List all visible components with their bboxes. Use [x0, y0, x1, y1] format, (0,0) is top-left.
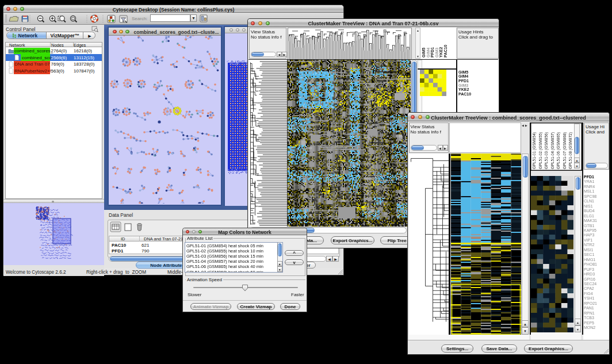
svg-text:PFD1: PFD1	[430, 47, 434, 58]
svg-text:GIM3: GIM3	[435, 48, 439, 58]
svg-text:GPL51-07 (GSM868): GPL51-07 (GSM868)	[563, 132, 567, 169]
svg-text:GPL51-01 (GSM854): GPL51-01 (GSM854)	[532, 132, 537, 169]
svg-text:PAC10: PAC10	[443, 45, 447, 58]
svg-text:GIM5: GIM5	[422, 48, 426, 58]
svg-text:GPL51-02 (GSM855): GPL51-02 (GSM855)	[538, 132, 543, 169]
svg-text:YKE2: YKE2	[439, 47, 443, 58]
svg-text:GIM4: GIM4	[426, 48, 430, 58]
svg-text:GPL51-06 (GSM865): GPL51-06 (GSM865)	[556, 132, 561, 169]
svg-text:GPL51-04 (GSM857): GPL51-04 (GSM857)	[550, 132, 555, 169]
svg-text:GPL51-08 (GSM872): GPL51-08 (GSM872)	[568, 132, 573, 169]
svg-text:GPL51-03 (GSM856): GPL51-03 (GSM856)	[544, 132, 549, 169]
